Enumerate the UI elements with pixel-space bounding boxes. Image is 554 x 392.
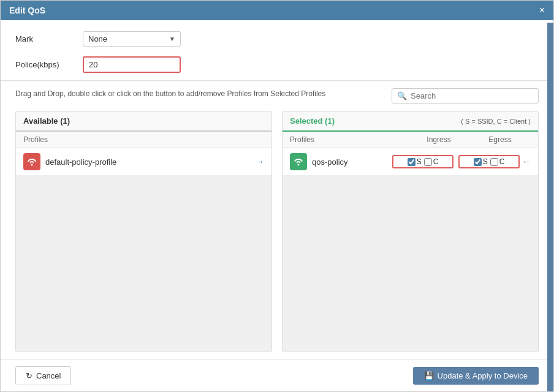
scrollbar[interactable] bbox=[547, 23, 553, 391]
profile-name: default-policy-profile bbox=[45, 157, 256, 167]
available-panel-header: Available (1) bbox=[16, 111, 271, 132]
drag-drop-hint: Drag and Drop, double click or click on … bbox=[15, 88, 325, 99]
egress-s-checkbox[interactable] bbox=[474, 158, 482, 166]
update-apply-button[interactable]: 💾 Update & Apply to Device bbox=[413, 367, 539, 385]
cancel-icon: ↻ bbox=[26, 371, 32, 380]
search-input[interactable] bbox=[411, 91, 533, 100]
available-columns: Profiles bbox=[16, 132, 271, 148]
dialog-title: Edit QoS bbox=[9, 6, 45, 15]
available-panel: Available (1) Profiles bbox=[15, 111, 272, 352]
selected-legend: ( S = SSID, C = Client ) bbox=[461, 118, 531, 125]
selected-panel-header: Selected (1) bbox=[290, 116, 335, 126]
list-item: qos-policy S C bbox=[283, 148, 538, 176]
arrow-right-icon: → bbox=[256, 157, 264, 167]
mark-value: None bbox=[88, 34, 107, 43]
profiles-section: Drag and Drop, double click or click on … bbox=[1, 81, 553, 360]
save-icon: 💾 bbox=[424, 371, 434, 380]
svg-point-0 bbox=[31, 164, 33, 166]
chevron-down-icon: ▼ bbox=[169, 36, 175, 42]
ingress-s-label: S bbox=[408, 157, 422, 166]
arrow-left-icon: ← bbox=[522, 157, 531, 167]
form-section: Mark None ▼ Police(kbps) bbox=[1, 20, 553, 81]
search-box: 🔍 bbox=[392, 88, 539, 104]
police-label: Police(kbps) bbox=[15, 60, 83, 69]
profile-icon-green bbox=[290, 153, 307, 170]
edit-qos-dialog: Edit QoS × Mark None ▼ Police(kbps) Drag… bbox=[0, 0, 554, 392]
selected-profile-name: qos-policy bbox=[312, 157, 392, 167]
cancel-button[interactable]: ↻ Cancel bbox=[15, 366, 71, 385]
mark-row: Mark None ▼ bbox=[15, 31, 539, 47]
list-item[interactable]: default-policy-profile → bbox=[16, 148, 271, 176]
available-col-profiles: Profiles bbox=[23, 135, 264, 144]
profile-icon-red bbox=[23, 153, 40, 170]
dialog-header: Edit QoS × bbox=[1, 1, 553, 20]
mark-label: Mark bbox=[15, 34, 83, 43]
selected-item-info: qos-policy bbox=[290, 153, 392, 170]
egress-s-label: S bbox=[474, 157, 488, 166]
ingress-s-checkbox[interactable] bbox=[408, 158, 416, 166]
ingress-c-checkbox[interactable] bbox=[424, 158, 432, 166]
profiles-panels: Available (1) Profiles bbox=[15, 111, 539, 352]
ingress-checkbox-group: S C bbox=[392, 155, 453, 168]
selected-col-profiles: Profiles bbox=[290, 135, 408, 144]
close-button[interactable]: × bbox=[539, 6, 545, 15]
svg-point-1 bbox=[298, 164, 300, 166]
police-input[interactable] bbox=[83, 56, 181, 73]
update-label: Update & Apply to Device bbox=[438, 371, 528, 380]
selected-panel: Selected (1) ( S = SSID, C = Client ) Pr… bbox=[282, 111, 539, 352]
cancel-label: Cancel bbox=[36, 371, 61, 380]
available-panel-body: default-policy-profile → bbox=[16, 148, 271, 352]
dialog-body: Mark None ▼ Police(kbps) Drag and Drop, … bbox=[1, 20, 553, 360]
ingress-c-label: C bbox=[424, 157, 439, 166]
egress-c-checkbox[interactable] bbox=[490, 158, 498, 166]
selected-columns: Profiles Ingress Egress bbox=[283, 132, 538, 148]
selected-col-ingress: Ingress bbox=[408, 135, 469, 144]
egress-checkbox-group: S C bbox=[458, 155, 520, 168]
egress-c-label: C bbox=[490, 157, 505, 166]
dialog-footer: ↻ Cancel 💾 Update & Apply to Device bbox=[1, 360, 553, 391]
selected-col-egress: Egress bbox=[469, 135, 531, 144]
selected-panel-body: qos-policy S C bbox=[283, 148, 538, 352]
police-row: Police(kbps) bbox=[15, 56, 539, 73]
profiles-top: Drag and Drop, double click or click on … bbox=[15, 88, 539, 104]
mark-select[interactable]: None ▼ bbox=[83, 31, 181, 47]
search-icon: 🔍 bbox=[397, 91, 407, 100]
